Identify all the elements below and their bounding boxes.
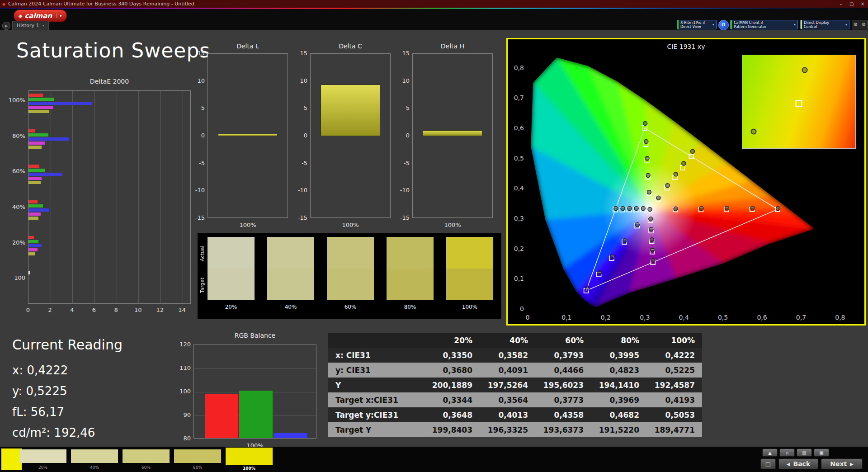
table-header-40%: 40% bbox=[480, 333, 535, 348]
deltae-bar bbox=[28, 173, 62, 176]
x-tick-label: 0 bbox=[23, 307, 33, 313]
table-value: 0,4222 bbox=[646, 348, 702, 363]
y-tick-label: 10 bbox=[184, 77, 205, 84]
settings-gear-button[interactable]: ⚙ bbox=[852, 20, 859, 29]
gridline bbox=[51, 91, 51, 303]
pattern-level-button[interactable] bbox=[174, 449, 221, 463]
next-arrow-icon: ▶ bbox=[850, 462, 854, 467]
row-label: Target y:CIE31 bbox=[328, 407, 424, 422]
pattern-window-button[interactable]: □ bbox=[760, 458, 776, 469]
gridline bbox=[138, 91, 139, 303]
table-value: 0,4091 bbox=[480, 363, 535, 378]
y-tick-label: -5 bbox=[287, 160, 307, 166]
deltae-bar bbox=[28, 133, 48, 137]
delta-h-chart: Delta H 100% 151050-5-10-15 bbox=[389, 42, 497, 235]
table-value: 0,5225 bbox=[646, 363, 702, 378]
x-tick-label: 0,3 bbox=[640, 314, 650, 321]
measured-point bbox=[690, 149, 694, 153]
target-swatch bbox=[446, 269, 493, 300]
chart-title: Delta C bbox=[310, 42, 391, 50]
y-tick-label: 100 bbox=[170, 388, 191, 395]
deltae-plot-area bbox=[28, 90, 191, 304]
gear-icon: ⚙ bbox=[854, 22, 858, 28]
row-label: Target Y bbox=[328, 422, 424, 437]
actual-row-label: Actual bbox=[199, 238, 205, 269]
table-value: 193,6373 bbox=[535, 422, 591, 437]
x-tick-label: 0,8 bbox=[835, 314, 845, 321]
maximize-button[interactable]: ▢ bbox=[846, 1, 857, 6]
cie-1931-chart: CIE 1931 xy 000,10,10,20,20,30,30,40,40,… bbox=[506, 38, 866, 326]
chevron-down-icon: ▾ bbox=[42, 24, 44, 28]
y-tick-label: 5 bbox=[184, 104, 205, 111]
calman-menu-button[interactable]: ◆ calman ▾ bbox=[14, 9, 67, 22]
table-value: 0,3582 bbox=[480, 348, 535, 363]
table-value: 196,3325 bbox=[480, 422, 535, 437]
bottom-tool-button-1[interactable]: ▲ bbox=[762, 448, 778, 457]
y-tick-label: 15 bbox=[287, 50, 307, 57]
tab-history-1[interactable]: History 1 ▾ bbox=[12, 21, 49, 30]
history-play-button[interactable]: ▶ bbox=[2, 22, 10, 30]
display-mode: Control bbox=[804, 25, 817, 29]
meter-device-badge[interactable]: i1 bbox=[718, 20, 729, 30]
next-button[interactable]: Next ▶ bbox=[821, 458, 863, 469]
measured-point bbox=[614, 207, 618, 211]
x-tick-label: 8 bbox=[111, 307, 122, 313]
pattern-level-button[interactable] bbox=[226, 448, 273, 465]
table-value: 0,5053 bbox=[646, 407, 702, 422]
measured-point bbox=[641, 207, 645, 211]
pattern-level-label: 100% bbox=[226, 466, 273, 471]
pattern-level-button[interactable] bbox=[71, 449, 118, 463]
minimize-button[interactable]: – bbox=[835, 1, 846, 6]
deltae-bar bbox=[28, 142, 45, 145]
pattern-level-button[interactable] bbox=[19, 449, 66, 463]
back-button[interactable]: ◀ Back bbox=[778, 458, 818, 469]
bottom-tool-button-2[interactable]: ⌂ bbox=[779, 448, 795, 457]
group-label: 100% bbox=[5, 97, 25, 104]
y-tick-label: -15 bbox=[184, 214, 205, 221]
bottom-tool-button-3[interactable]: ▤ bbox=[797, 448, 812, 457]
settings-gear-button-2[interactable]: ⚙ bbox=[860, 20, 868, 29]
pattern-level-button[interactable] bbox=[123, 449, 170, 463]
deltae-bar bbox=[28, 165, 39, 168]
table-value: 0,3344 bbox=[424, 392, 480, 407]
close-button[interactable]: × bbox=[857, 1, 868, 6]
measured-point bbox=[646, 173, 650, 177]
chart-title: Delta L bbox=[208, 42, 288, 50]
table-header-80%: 80% bbox=[591, 333, 646, 348]
table-value: 0,4823 bbox=[591, 363, 646, 378]
deltae-bar bbox=[28, 244, 42, 247]
table-value: 0,3680 bbox=[424, 363, 480, 378]
display-control-button[interactable]: Direct Display Control ▾ bbox=[800, 20, 849, 29]
table-value: 194,1410 bbox=[591, 378, 646, 392]
y-tick-label: 80 bbox=[170, 435, 191, 442]
inset-measured-point bbox=[802, 67, 807, 73]
swatch-label: 20% bbox=[208, 304, 255, 310]
x-tick-label: 6 bbox=[89, 307, 99, 313]
y-tick-label: 0 bbox=[184, 132, 205, 139]
y-tick-label: 0,8 bbox=[514, 64, 524, 71]
meter-connection-button[interactable]: X-Rite i1Pro 3 Direct View ▾ bbox=[677, 20, 717, 29]
y-tick-label: 5 bbox=[287, 104, 307, 111]
y-tick-label: 0 bbox=[520, 305, 524, 312]
calman-diamond-icon: ◆ bbox=[19, 13, 22, 19]
table-row: Target x:CIE310,33440,35640,37730,39690,… bbox=[328, 392, 702, 407]
inset-measured-point bbox=[751, 128, 757, 134]
table-header-60%: 60% bbox=[535, 333, 591, 348]
chevron-down-icon: ▾ bbox=[56, 14, 62, 18]
measured-point bbox=[651, 259, 655, 263]
measured-point bbox=[649, 217, 653, 221]
current-color-swatch bbox=[1, 448, 22, 470]
y-tick-label: -15 bbox=[389, 214, 410, 221]
measured-point bbox=[776, 207, 780, 211]
bottom-tool-button-4[interactable]: ▣ bbox=[814, 448, 829, 457]
rgb-balance-chart: RGB Balance 100% 1201101009080 bbox=[170, 331, 319, 467]
x-tick-label: 0,2 bbox=[601, 314, 611, 321]
gridline bbox=[194, 368, 316, 369]
deltae-bar bbox=[28, 98, 54, 101]
chart-title: RGB Balance bbox=[193, 332, 316, 339]
measured-point bbox=[644, 140, 648, 144]
play-icon: ▶ bbox=[5, 24, 8, 28]
chevron-down-icon: ▾ bbox=[845, 23, 849, 27]
y-tick-label: 0 bbox=[287, 132, 307, 139]
pattern-generator-button[interactable]: CalMAN Client 3 Pattern Generator ▾ bbox=[730, 20, 798, 29]
